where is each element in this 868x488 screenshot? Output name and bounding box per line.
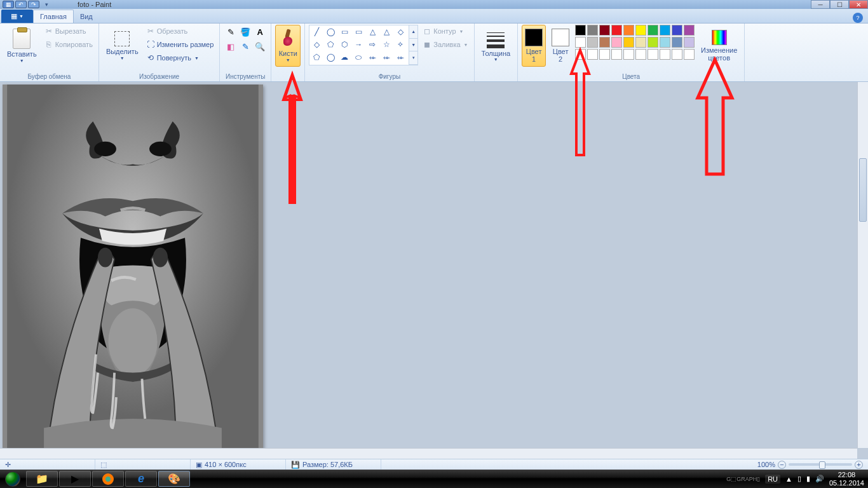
fill-button[interactable]: ◼Заливка▼ <box>421 38 470 51</box>
shape-item[interactable]: ☁ <box>339 52 350 62</box>
tray-network-icon[interactable]: ▯ <box>797 475 801 483</box>
color-swatch[interactable] <box>684 37 695 48</box>
zoom-in-button[interactable]: + <box>855 461 863 469</box>
color-swatch[interactable] <box>648 37 658 48</box>
start-button[interactable] <box>0 470 25 488</box>
shape-item[interactable]: △ <box>381 27 392 37</box>
qat-save-icon[interactable]: ▦ <box>3 1 14 8</box>
shapes-scroll[interactable]: ▲▼▾ <box>409 25 418 65</box>
vertical-scrollbar[interactable] <box>857 82 868 448</box>
shape-item[interactable]: ◯ <box>325 52 336 62</box>
rotate-button[interactable]: ⟲Повернуть▼ <box>144 51 216 64</box>
tab-home[interactable]: Главная <box>33 10 74 23</box>
color-swatch[interactable] <box>575 37 586 48</box>
color-swatch[interactable] <box>587 37 598 48</box>
color-swatch[interactable] <box>599 25 610 36</box>
resize-button[interactable]: ⛶Изменить размер <box>144 38 216 51</box>
color-swatch[interactable] <box>575 49 586 60</box>
shape-item[interactable]: ◯ <box>325 27 336 37</box>
zoom-out-button[interactable]: − <box>778 461 786 469</box>
color-swatch[interactable] <box>587 25 598 36</box>
clock[interactable]: 22:08 05.12.2014 <box>829 471 864 486</box>
zoom-slider[interactable] <box>789 463 852 466</box>
taskbar-firefox[interactable] <box>92 471 124 487</box>
help-button[interactable]: ? <box>853 13 863 23</box>
shape-item[interactable]: ▭ <box>353 27 364 37</box>
shape-item[interactable]: ⬰ <box>381 52 392 62</box>
color-swatch[interactable] <box>660 49 670 60</box>
shape-item[interactable]: ⬠ <box>325 39 336 50</box>
color-swatch[interactable] <box>672 37 682 48</box>
taskbar-explorer[interactable]: 📁 <box>26 471 58 487</box>
shapes-gallery[interactable]: ╱◯▭▭△△◇◇⬠⬡→⇨☆✧⬠◯☁⬭⬰⬰⬰ <box>309 25 409 65</box>
color-swatch[interactable] <box>635 25 646 36</box>
shape-item[interactable]: ⬭ <box>353 52 364 62</box>
text-tool[interactable]: A <box>253 25 267 39</box>
color-swatch[interactable] <box>635 49 646 60</box>
color-swatch[interactable] <box>623 49 634 60</box>
tab-view[interactable]: Вид <box>74 10 99 23</box>
color-swatch[interactable] <box>587 49 598 60</box>
shape-item[interactable]: ⬰ <box>367 52 378 62</box>
color-swatch[interactable] <box>575 25 586 36</box>
paste-button[interactable]: Вставить ▼ <box>4 25 40 67</box>
taskbar-paint[interactable]: 🎨 <box>158 471 190 487</box>
pencil-tool[interactable]: ✎ <box>224 25 238 39</box>
color-swatch[interactable] <box>648 49 658 60</box>
edit-colors-button[interactable]: Изменение цветов <box>698 25 740 67</box>
color-swatch[interactable] <box>611 37 622 48</box>
shape-item[interactable]: ☆ <box>381 39 392 50</box>
shape-item[interactable]: ◇ <box>311 39 322 50</box>
shape-item[interactable]: ╱ <box>311 27 322 37</box>
taskbar-mediaplayer[interactable]: ▶ <box>59 471 91 487</box>
scrollbar-thumb[interactable] <box>859 158 867 222</box>
color-swatch[interactable] <box>599 37 610 48</box>
crop-button[interactable]: ✂Обрезать <box>144 25 216 37</box>
color-swatch[interactable] <box>611 25 622 36</box>
cut-button[interactable]: ✂Вырезать <box>43 25 95 37</box>
close-button[interactable]: ✕ <box>849 0 868 9</box>
eraser-tool[interactable]: ◧ <box>224 39 238 53</box>
file-tab[interactable]: ▦▼ <box>1 10 33 23</box>
size-button[interactable]: Толщина ▼ <box>478 25 514 67</box>
brushes-button[interactable]: Кисти ▼ <box>275 25 301 67</box>
shape-item[interactable]: ⬡ <box>339 39 350 50</box>
shape-item[interactable]: ◇ <box>395 27 406 37</box>
color2-button[interactable]: Цвет 2 <box>548 25 573 67</box>
color-swatch[interactable] <box>672 49 682 60</box>
color-swatch[interactable] <box>623 25 634 36</box>
picker-tool[interactable]: ✎ <box>238 39 252 53</box>
language-indicator[interactable]: RU <box>765 475 780 484</box>
color-swatch[interactable] <box>648 25 658 36</box>
color-swatch[interactable] <box>599 49 610 60</box>
color-swatch[interactable] <box>684 49 695 60</box>
magnifier-tool[interactable]: 🔍 <box>253 39 267 53</box>
fill-tool[interactable]: 🪣 <box>238 25 252 39</box>
qat-redo-icon[interactable]: ↷ <box>28 1 39 8</box>
shape-item[interactable]: ⬰ <box>395 52 406 62</box>
horizontal-scrollbar[interactable] <box>0 448 857 459</box>
shape-item[interactable]: ⬠ <box>311 52 322 62</box>
tray-volume-icon[interactable]: 🔊 <box>815 475 824 483</box>
color-swatch[interactable] <box>623 37 634 48</box>
qat-undo-icon[interactable]: ↶ <box>15 1 27 8</box>
color-swatch[interactable] <box>660 25 670 36</box>
tray-battery-icon[interactable]: ▮ <box>806 475 810 483</box>
shape-item[interactable]: ▭ <box>339 27 350 37</box>
shape-item[interactable]: → <box>353 39 364 50</box>
copy-button[interactable]: ⎘Копировать <box>43 38 95 51</box>
maximize-button[interactable]: ☐ <box>830 0 849 9</box>
color-swatch[interactable] <box>660 37 670 48</box>
color-swatch[interactable] <box>611 49 622 60</box>
color-swatch[interactable] <box>684 25 695 36</box>
color-swatch[interactable] <box>635 37 646 48</box>
qat-customize-icon[interactable]: ▾ <box>41 1 52 8</box>
canvas[interactable] <box>3 85 263 452</box>
shape-item[interactable]: △ <box>367 27 378 37</box>
minimize-button[interactable]: ─ <box>811 0 830 9</box>
select-button[interactable]: Выделить ▼ <box>103 25 142 67</box>
color1-button[interactable]: Цвет 1 <box>522 25 546 67</box>
outline-button[interactable]: ◻Контур▼ <box>421 25 470 37</box>
color-swatch[interactable] <box>672 25 682 36</box>
tray-flag-icon[interactable]: ▲ <box>785 475 792 483</box>
